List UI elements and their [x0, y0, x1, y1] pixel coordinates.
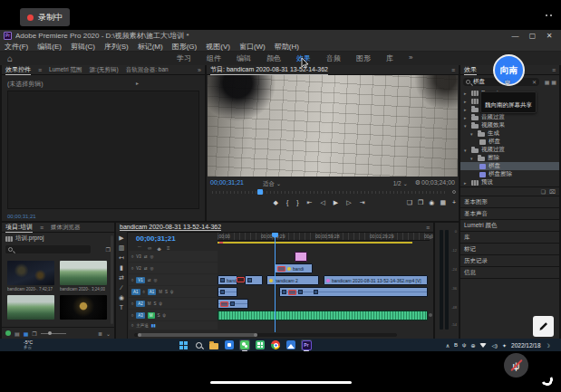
workspace-editing[interactable]: 编辑 — [237, 53, 251, 63]
taskbar-search-button[interactable] — [193, 339, 204, 350]
lock-icon[interactable]: ◊ — [131, 323, 133, 328]
freeform-view-icon[interactable]: ❐ — [32, 330, 36, 337]
menu-view[interactable]: 视图(V) — [206, 42, 230, 52]
voiceover-mic-icon[interactable]: ψ — [160, 301, 162, 306]
workspace-learn[interactable]: 学习 — [177, 53, 191, 63]
solo-button[interactable]: S — [165, 290, 168, 294]
icon-view-icon[interactable]: ▦ — [24, 330, 29, 337]
delete-icon[interactable]: ⌧ — [549, 188, 556, 195]
tree-item-video-effects[interactable]: ▾视频效果 — [460, 121, 559, 129]
notification-moon-icon[interactable]: ☽ — [546, 342, 550, 349]
mute-microphone-button[interactable]: ψ — [504, 353, 528, 378]
menu-clip[interactable]: 剪辑(C) — [71, 42, 95, 52]
button-editor-plus-icon[interactable]: + — [452, 199, 456, 206]
track-name[interactable]: A2 — [136, 301, 145, 307]
solo-button[interactable]: S — [154, 301, 157, 306]
project-panel-menu-icon[interactable]: ≡ — [40, 225, 44, 231]
track-header-a3[interactable]: ◊ A3 M S ψ — [129, 310, 218, 320]
lock-icon[interactable]: ◊ — [131, 266, 133, 271]
zoom-fit-dropdown[interactable]: 适合 ⌄ — [263, 180, 281, 188]
step-forward-icon[interactable]: ▷ — [346, 199, 351, 206]
project-search-input[interactable] — [5, 245, 91, 253]
track-name[interactable]: V1 — [136, 277, 145, 283]
home-icon[interactable]: ⌂ — [7, 53, 13, 63]
track-header-master[interactable]: ◊ 主声道 ▮▮ — [129, 321, 218, 330]
effects-panel-menu-icon[interactable]: ≡ — [552, 67, 556, 73]
voiceover-mic-icon[interactable]: ψ — [170, 290, 173, 294]
tab-essential-graphics[interactable]: 基本图形 — [460, 196, 559, 208]
tab-markers[interactable]: 标记 — [460, 244, 559, 255]
tree-item-checkerboard-effect[interactable]: 棋盘 — [460, 138, 559, 146]
lock-icon[interactable]: ◊ — [131, 301, 133, 306]
play-icon[interactable]: ▶ — [334, 199, 338, 206]
tab-audio-track-mixer[interactable]: 音轨混合器: ban — [126, 66, 169, 74]
track-output-eye-icon[interactable]: ◎ — [154, 278, 158, 282]
tray-expand-icon[interactable]: ∧ — [446, 342, 450, 349]
go-to-in-icon[interactable]: ⇤ — [307, 199, 313, 206]
clip-thumbnail[interactable] — [60, 261, 107, 285]
workspace-assembly[interactable]: 组件 — [207, 53, 221, 63]
solo-button[interactable]: S — [158, 313, 160, 318]
track-header-v3[interactable]: ◊ V3 ⇄ ◎ — [129, 251, 218, 262]
file-explorer-button[interactable] — [208, 339, 219, 350]
new-bin-icon[interactable]: ❏ — [541, 188, 546, 195]
tab-essential-sound[interactable]: 基本声音 — [460, 208, 559, 220]
workspace-audio[interactable]: 音频 — [326, 53, 341, 63]
tab-lumetri-color[interactable]: Lumetri 颜色 — [460, 220, 559, 232]
playback-resolution-dropdown[interactable]: 1/2 ⌄ — [393, 180, 408, 187]
music-audio-clip[interactable] — [218, 311, 428, 320]
tab-effects[interactable]: 效果 — [464, 65, 477, 75]
step-back-icon[interactable]: ◁ — [320, 199, 324, 206]
tab-overflow-icon[interactable]: » — [198, 67, 201, 73]
timeline-hscrollbar[interactable] — [134, 333, 397, 337]
track-name[interactable]: A1 — [148, 289, 157, 295]
timeline-ruler[interactable]: ;00;00 00;00;29;29 00;00;59;28 00;01;29;… — [218, 233, 430, 241]
recording-badge[interactable]: 录制中 — [20, 8, 70, 26]
menu-marker[interactable]: 标记(M) — [138, 42, 163, 52]
playhead-line[interactable] — [275, 233, 276, 332]
tree-item-wipe[interactable]: ▾擦除 — [460, 154, 559, 162]
track-header-v2[interactable]: ◊ V2 ⇄ ◎ — [129, 263, 218, 273]
timeline-scroll-knob[interactable] — [429, 235, 432, 239]
tab-effect-controls[interactable]: 效果控件 — [5, 65, 31, 75]
touch-icon[interactable]: ✦ — [502, 342, 507, 349]
sync-lock-icon[interactable]: ⇄ — [144, 266, 148, 271]
mark-out-icon[interactable]: } — [296, 199, 298, 206]
tree-item-video-transitions[interactable]: ▾视频过渡 — [460, 146, 559, 154]
close-button[interactable]: ✕ — [546, 32, 553, 40]
project-writable-icon[interactable] — [5, 330, 11, 336]
tab-libraries[interactable]: 库 — [460, 232, 559, 244]
green-app-button[interactable] — [255, 339, 266, 350]
tab-program-monitor[interactable]: 节目: bandicam 2020-08-31 13-52-14-362 — [210, 65, 328, 75]
mark-in-icon[interactable]: { — [286, 199, 288, 206]
menu-window[interactable]: 窗口(W) — [239, 42, 266, 52]
menu-file[interactable]: 文件(F) — [5, 42, 28, 52]
taskbar-date[interactable]: 2022/12/18 — [511, 342, 541, 349]
go-to-out-icon[interactable]: ⇥ — [360, 199, 365, 206]
audio-clip[interactable] — [279, 287, 428, 297]
clip-thumbnail[interactable] — [60, 295, 107, 320]
chrome-button[interactable] — [270, 339, 281, 350]
wifi-icon[interactable] — [479, 343, 487, 348]
tab-lumetri-scopes[interactable]: Lumetri 范围 — [49, 66, 82, 74]
clip-thumbnail[interactable] — [7, 295, 54, 320]
program-scrubber[interactable] — [212, 191, 448, 194]
ime-icon[interactable]: B — [454, 342, 458, 348]
new-preset-bin-icon[interactable]: ▦ — [545, 79, 550, 85]
menu-edit[interactable]: 编辑(E) — [37, 42, 62, 52]
track-header-a2[interactable]: ◊ A2 M S ψ — [129, 298, 218, 309]
track-header-a1[interactable]: A1 ◊ A1 M S ψ — [129, 286, 218, 297]
program-panel-menu-icon[interactable]: ≡ — [451, 67, 455, 73]
maximize-button[interactable]: ▢ — [529, 32, 537, 40]
blue-app-button[interactable] — [224, 339, 235, 350]
tab-source-monitor[interactable]: 源:(无剪辑) — [90, 66, 119, 74]
tree-item-checkerwipe-transition[interactable]: 棋盘擦除 — [460, 170, 559, 178]
thumbnail-zoom-slider[interactable] — [41, 333, 66, 334]
photos-app-button[interactable] — [285, 339, 296, 350]
lock-icon[interactable]: ◊ — [143, 290, 145, 294]
video-clip[interactable]: bandi — [218, 275, 237, 285]
panel-menu-icon[interactable]: ≡ — [38, 67, 42, 73]
wechat-button[interactable] — [239, 339, 250, 350]
share-toolbar-handle[interactable] — [210, 381, 352, 384]
extract-icon[interactable]: ❐ — [418, 199, 423, 206]
